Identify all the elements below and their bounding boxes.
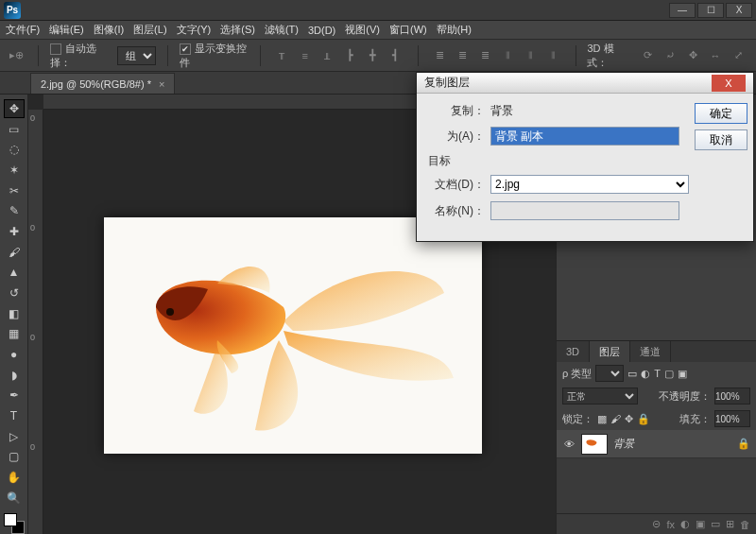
ruler-vertical[interactable]: 0 0 0 0 <box>28 110 43 534</box>
filter-img-icon[interactable]: ▭ <box>627 368 637 380</box>
pen-tool-icon[interactable]: ✒ <box>4 386 25 405</box>
3d-orbit-icon[interactable]: ⟳ <box>637 45 658 66</box>
3d-pan-icon[interactable]: ✥ <box>682 45 703 66</box>
menu-image[interactable]: 图像(I) <box>94 23 124 37</box>
layer-mask-icon[interactable]: ◐ <box>680 518 690 530</box>
opacity-input[interactable] <box>714 388 750 405</box>
3d-scale-icon[interactable]: ⤢ <box>728 45 748 66</box>
menu-filter[interactable]: 滤镜(T) <box>265 23 299 37</box>
fill-input[interactable] <box>714 410 750 427</box>
blend-mode-select[interactable]: 正常 <box>562 388 638 405</box>
new-layer-icon[interactable]: ⊞ <box>726 518 734 530</box>
layer-row[interactable]: 👁 背景 🔒 <box>557 430 756 458</box>
dist-left-icon[interactable]: ⫴ <box>498 45 519 66</box>
ruler-tick: 0 <box>30 442 35 452</box>
dist-bottom-icon[interactable]: ≣ <box>475 45 496 66</box>
type-tool-icon[interactable]: T <box>4 406 25 425</box>
group-icon[interactable]: ▭ <box>711 518 720 530</box>
ok-button[interactable]: 确定 <box>695 103 747 124</box>
3d-roll-icon[interactable]: ⤾ <box>660 45 680 66</box>
auto-select-checkbox[interactable] <box>50 43 61 55</box>
menu-view[interactable]: 视图(V) <box>345 23 380 37</box>
layer-name-label[interactable]: 背景 <box>613 437 731 451</box>
lock-position-icon[interactable]: ✥ <box>625 413 633 425</box>
healing-tool-icon[interactable]: ✚ <box>4 222 25 241</box>
foreground-color-swatch[interactable] <box>4 513 17 526</box>
eraser-tool-icon[interactable]: ◧ <box>4 304 25 323</box>
dialog-titlebar[interactable]: 复制图层 X <box>417 73 753 94</box>
lasso-tool-icon[interactable]: ◌ <box>4 140 25 159</box>
dist-vcenter-icon[interactable]: ≣ <box>453 45 473 66</box>
menu-help[interactable]: 帮助(H) <box>437 23 472 37</box>
panel-tab-3d[interactable]: 3D <box>557 341 590 362</box>
move-tool-icon[interactable]: ✥ <box>4 99 25 118</box>
visibility-toggle-icon[interactable]: 👁 <box>562 438 576 451</box>
menu-window[interactable]: 窗口(W) <box>389 23 427 37</box>
3d-slide-icon[interactable]: ↔ <box>705 45 726 66</box>
menu-file[interactable]: 文件(F) <box>6 23 40 37</box>
align-bottom-icon[interactable]: ⫫ <box>318 45 338 66</box>
layer-thumbnail[interactable] <box>581 434 608 455</box>
panel-tab-layers[interactable]: 图层 <box>590 341 630 362</box>
delete-layer-icon[interactable]: 🗑 <box>740 519 750 530</box>
zoom-tool-icon[interactable]: 🔍 <box>4 489 25 508</box>
history-brush-tool-icon[interactable]: ↺ <box>4 284 25 302</box>
align-top-icon[interactable]: ⫪ <box>272 45 293 66</box>
filter-type-icon[interactable]: T <box>654 368 661 379</box>
layers-footer: ⊝ fx ◐ ▣ ▭ ⊞ 🗑 <box>557 513 756 534</box>
filter-shape-icon[interactable]: ▢ <box>664 368 674 380</box>
window-maximize[interactable]: ☐ <box>697 3 724 18</box>
dodge-tool-icon[interactable]: ◗ <box>4 366 25 385</box>
window-minimize[interactable]: — <box>669 3 696 18</box>
window-close[interactable]: X <box>726 3 752 18</box>
align-hcenter-icon[interactable]: ╋ <box>363 45 384 66</box>
document-tab-close-icon[interactable]: × <box>159 78 164 90</box>
fill-label: 填充： <box>679 412 711 426</box>
lock-transparency-icon[interactable]: ▩ <box>597 413 607 425</box>
brush-tool-icon[interactable]: 🖌 <box>4 243 25 262</box>
blur-tool-icon[interactable]: ● <box>4 345 25 364</box>
align-vcenter-icon[interactable]: ≡ <box>295 45 316 66</box>
dist-right-icon[interactable]: ⫴ <box>543 45 564 66</box>
document-canvas[interactable] <box>104 217 482 454</box>
menu-layer[interactable]: 图层(L) <box>133 23 166 37</box>
auto-select-mode[interactable]: 组 <box>117 46 156 65</box>
menu-select[interactable]: 选择(S) <box>220 23 255 37</box>
link-layers-icon[interactable]: ⊝ <box>652 518 661 530</box>
menu-3d[interactable]: 3D(D) <box>308 25 335 36</box>
lock-all-icon[interactable]: 🔒 <box>637 413 650 425</box>
dialog-close-button[interactable]: X <box>712 75 746 92</box>
align-left-icon[interactable]: ┣ <box>340 45 361 66</box>
layer-list[interactable]: 👁 背景 🔒 <box>557 430 756 513</box>
filter-smart-icon[interactable]: ▣ <box>678 368 687 380</box>
align-right-icon[interactable]: ┫ <box>386 45 406 66</box>
lock-pixels-icon[interactable]: 🖌 <box>610 413 621 424</box>
adjustment-layer-icon[interactable]: ▣ <box>696 518 705 530</box>
layer-fx-icon[interactable]: fx <box>666 519 675 530</box>
marquee-tool-icon[interactable]: ▭ <box>4 120 25 139</box>
document-select[interactable]: 2.jpg <box>490 175 689 194</box>
eyedropper-tool-icon[interactable]: ✎ <box>4 201 25 220</box>
dist-top-icon[interactable]: ≣ <box>430 45 451 66</box>
show-transform-checkbox[interactable] <box>180 43 191 55</box>
3d-mode-label: 3D 模式： <box>587 42 629 70</box>
as-input[interactable] <box>490 127 679 146</box>
crop-tool-icon[interactable]: ✂ <box>4 181 25 200</box>
stamp-tool-icon[interactable]: ▲ <box>4 263 25 282</box>
cancel-button[interactable]: 取消 <box>695 129 747 150</box>
move-tool-preset-icon[interactable]: ▸⊕ <box>8 45 26 66</box>
copy-value: 背景 <box>490 103 689 119</box>
filter-adj-icon[interactable]: ◐ <box>641 368 650 380</box>
color-swatch[interactable] <box>4 513 25 534</box>
kind-filter[interactable] <box>595 365 624 382</box>
menu-edit[interactable]: 编辑(E) <box>49 23 84 37</box>
shape-tool-icon[interactable]: ▢ <box>4 447 25 466</box>
dist-hcenter-icon[interactable]: ⫴ <box>521 45 541 66</box>
panel-tab-channels[interactable]: 通道 <box>630 341 671 362</box>
document-tab[interactable]: 2.jpg @ 50%(RGB/8#) * × <box>30 73 175 94</box>
gradient-tool-icon[interactable]: ▦ <box>4 324 25 343</box>
menu-type[interactable]: 文字(Y) <box>177 23 212 37</box>
hand-tool-icon[interactable]: ✋ <box>4 468 25 487</box>
path-select-tool-icon[interactable]: ▷ <box>4 427 25 446</box>
wand-tool-icon[interactable]: ✶ <box>4 161 25 180</box>
